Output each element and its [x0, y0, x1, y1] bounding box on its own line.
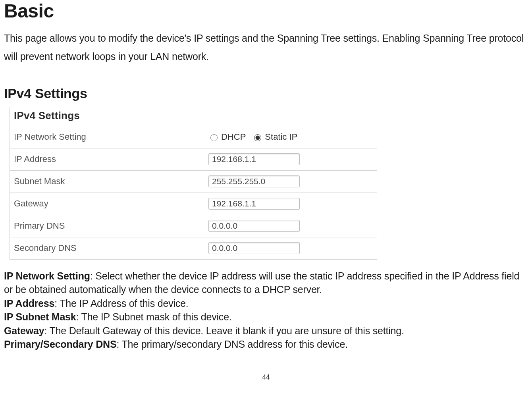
row-ip-address: IP Address — [10, 148, 377, 171]
label-secondary-dns: Secondary DNS — [14, 243, 208, 253]
intro-paragraph: This page allows you to modify the devic… — [4, 29, 528, 66]
def-ip-network-setting: IP Network Setting: Select whether the d… — [4, 269, 528, 297]
row-gateway: Gateway — [10, 193, 377, 215]
section-heading: IPv4 Settings — [4, 86, 528, 101]
radio-static-label[interactable]: Static IP — [252, 132, 297, 142]
input-gateway[interactable] — [208, 198, 300, 210]
label-ip-address: IP Address — [14, 154, 208, 164]
label-subnet-mask: Subnet Mask — [14, 176, 208, 187]
row-secondary-dns: Secondary DNS — [10, 237, 377, 259]
term-gateway: Gateway — [4, 325, 44, 336]
label-ip-network-setting: IP Network Setting — [14, 132, 208, 142]
text-ip-address: : The IP Address of this device. — [54, 298, 188, 309]
row-ip-network-setting: IP Network Setting DHCP Static IP — [10, 126, 377, 148]
row-subnet-mask: Subnet Mask — [10, 171, 377, 193]
text-ip-subnet: : The IP Subnet mask of this device. — [76, 311, 232, 322]
radio-static-text: Static IP — [265, 132, 297, 142]
term-dns: Primary/Secondary DNS — [4, 339, 116, 350]
text-gateway: : The Default Gateway of this device. Le… — [44, 325, 404, 336]
def-ip-address: IP Address: The IP Address of this devic… — [4, 297, 528, 310]
term-ip-network-setting: IP Network Setting — [4, 270, 90, 281]
term-ip-subnet: IP Subnet Mask — [4, 311, 76, 322]
ipv4-settings-panel: IPv4 Settings IP Network Setting DHCP St… — [10, 107, 377, 260]
radio-dhcp[interactable] — [210, 134, 218, 141]
input-subnet-mask[interactable] — [208, 175, 300, 187]
def-ip-subnet: IP Subnet Mask: The IP Subnet mask of th… — [4, 310, 528, 324]
def-gateway: Gateway: The Default Gateway of this dev… — [4, 324, 528, 338]
radio-dhcp-text: DHCP — [221, 132, 246, 142]
input-ip-address[interactable] — [208, 153, 300, 165]
page-number: 44 — [4, 373, 528, 381]
radio-dhcp-label[interactable]: DHCP — [208, 132, 246, 142]
radio-static[interactable] — [254, 134, 261, 141]
label-gateway: Gateway — [14, 198, 208, 209]
label-primary-dns: Primary DNS — [14, 221, 208, 231]
text-dns: : The primary/secondary DNS address for … — [116, 339, 347, 350]
ip-network-setting-options: DHCP Static IP — [208, 132, 373, 142]
input-primary-dns[interactable] — [208, 220, 300, 232]
input-secondary-dns[interactable] — [208, 242, 300, 254]
page-title: Basic — [4, 0, 528, 22]
row-primary-dns: Primary DNS — [10, 215, 377, 237]
definitions-block: IP Network Setting: Select whether the d… — [4, 269, 528, 351]
term-ip-address: IP Address — [4, 298, 54, 309]
panel-header: IPv4 Settings — [10, 107, 377, 126]
def-dns: Primary/Secondary DNS: The primary/secon… — [4, 337, 528, 351]
